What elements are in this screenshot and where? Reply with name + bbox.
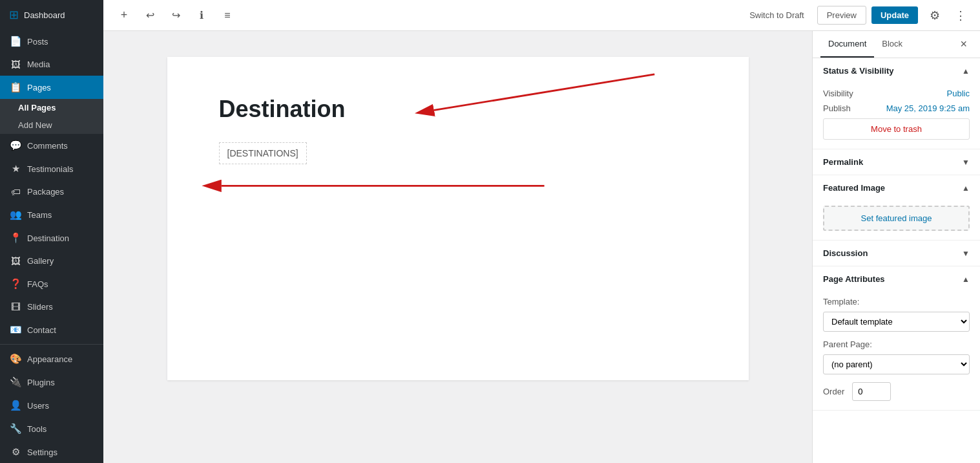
topbar-settings-button[interactable]: ⚙: [923, 4, 946, 27]
sidebar-item-label: FAQs: [27, 279, 48, 289]
kebab-icon: ⋮: [955, 8, 966, 23]
gear-icon: ⚙: [930, 8, 940, 23]
sidebar-item-users[interactable]: 👤 Users: [0, 394, 103, 417]
permalink-title: Permalink: [823, 157, 863, 167]
options-button[interactable]: ⋮: [952, 4, 970, 27]
preview-button[interactable]: Preview: [817, 6, 866, 25]
page-attributes-header[interactable]: Page Attributes ▲: [813, 266, 980, 292]
pages-icon: 📋: [9, 81, 22, 93]
sidebar-item-label: Gallery: [27, 256, 54, 266]
sidebar-logo-label: Dashboard: [24, 10, 65, 20]
tab-document[interactable]: Document: [820, 31, 874, 58]
page-attributes-section: Page Attributes ▲ Template: Default temp…: [813, 266, 980, 411]
redo-button[interactable]: ↪: [165, 5, 186, 26]
teams-icon: 👥: [9, 209, 22, 221]
visibility-value[interactable]: Public: [947, 89, 970, 98]
featured-image-section: Featured Image ▲ Set featured image: [813, 175, 980, 241]
sidebar-item-destination[interactable]: 📍 Destination: [0, 226, 103, 250]
order-input[interactable]: [852, 382, 891, 401]
undo-icon: ↩: [146, 9, 154, 21]
page-attributes-body: Template: Default template Full Width Bl…: [813, 292, 980, 410]
sidebar-item-label: Testimonials: [27, 164, 74, 174]
template-select[interactable]: Default template Full Width Blank: [823, 312, 970, 332]
publish-value[interactable]: May 25, 2019 9:25 am: [886, 103, 970, 113]
sidebar-item-testimonials[interactable]: ★ Testimonials: [0, 157, 103, 180]
sidebar-item-label: Pages: [27, 83, 51, 92]
visibility-row: Visibility Public: [823, 89, 970, 98]
info-button[interactable]: ℹ: [191, 5, 212, 26]
sidebar-logo[interactable]: ⊞ Dashboard: [0, 0, 103, 30]
sidebar-item-label: Plugins: [27, 378, 55, 387]
sidebar-item-settings[interactable]: ⚙ Settings: [0, 440, 103, 463]
editor-page: Destination [DESTINATIONS]: [167, 57, 749, 380]
plugins-icon: 🔌: [9, 376, 22, 388]
sidebar-item-contact[interactable]: 📧 Contact: [0, 318, 103, 341]
add-block-button[interactable]: +: [114, 5, 134, 26]
update-button[interactable]: Update: [871, 6, 918, 24]
page-title[interactable]: Destination: [219, 96, 697, 123]
destination-icon: 📍: [9, 232, 22, 244]
discussion-section: Discussion ▼: [813, 241, 980, 266]
sidebar-item-faqs[interactable]: ❓ FAQs: [0, 272, 103, 296]
main-area: + ↩ ↪ ℹ ≡ Switch to Draft Preview Update…: [103, 0, 980, 463]
status-visibility-title: Status & Visibility: [823, 66, 894, 76]
discussion-header[interactable]: Discussion ▼: [813, 241, 980, 266]
sidebar-item-sliders[interactable]: 🎞 Sliders: [0, 296, 103, 318]
submenu-all-pages[interactable]: All Pages: [9, 99, 103, 116]
sidebar-item-label: Packages: [27, 187, 64, 197]
editor-area: Destination [DESTINATIONS] Document Bloc…: [103, 31, 980, 463]
sidebar-item-packages[interactable]: 🏷 Packages: [0, 180, 103, 203]
sidebar-item-label: Media: [27, 59, 50, 69]
sidebar-item-label: Tools: [27, 424, 47, 434]
order-label: Order: [823, 387, 844, 396]
switch-draft-button[interactable]: Switch to Draft: [742, 6, 812, 24]
sidebar-item-gallery[interactable]: 🖼 Gallery: [0, 250, 103, 272]
sidebar-item-label: Teams: [27, 210, 52, 220]
sidebar-item-tools[interactable]: 🔧 Tools: [0, 417, 103, 440]
wp-icon: ⊞: [9, 8, 19, 22]
template-label: Template:: [823, 297, 970, 307]
move-trash-button[interactable]: Move to trash: [823, 118, 970, 140]
sidebar-item-label: Destination: [27, 233, 69, 243]
permalink-header[interactable]: Permalink ▼: [813, 149, 980, 175]
sidebar-item-appearance[interactable]: 🎨 Appearance: [0, 347, 103, 371]
gallery-icon: 🖼: [9, 255, 22, 266]
featured-image-chevron: ▲: [962, 184, 970, 193]
permalink-section: Permalink ▼: [813, 149, 980, 175]
shortcode-block[interactable]: [DESTINATIONS]: [219, 142, 307, 164]
undo-button[interactable]: ↩: [140, 5, 160, 26]
right-sidebar-close-button[interactable]: ×: [955, 35, 972, 54]
sidebar-item-teams[interactable]: 👥 Teams: [0, 203, 103, 226]
status-visibility-header[interactable]: Status & Visibility ▲: [813, 58, 980, 83]
pages-submenu: All Pages Add New: [0, 99, 103, 134]
list-icon: ≡: [224, 10, 230, 21]
comments-icon: 💬: [9, 140, 22, 151]
submenu-add-new[interactable]: Add New: [9, 116, 103, 134]
contact-icon: 📧: [9, 324, 22, 336]
status-visibility-chevron: ▲: [962, 67, 970, 76]
list-view-button[interactable]: ≡: [217, 5, 238, 26]
users-icon: 👤: [9, 400, 22, 411]
featured-image-header[interactable]: Featured Image ▲: [813, 175, 980, 200]
sidebar-item-pages[interactable]: 📋 Pages: [0, 76, 103, 99]
parent-select[interactable]: (no parent): [823, 354, 970, 374]
sidebar-item-posts[interactable]: 📄 Posts: [0, 30, 103, 53]
sidebar-item-comments[interactable]: 💬 Comments: [0, 134, 103, 157]
sidebar-item-plugins[interactable]: 🔌 Plugins: [0, 371, 103, 394]
posts-icon: 📄: [9, 36, 22, 47]
sidebar-item-label: Settings: [27, 447, 57, 457]
page-attributes-chevron: ▲: [962, 275, 970, 284]
set-featured-image-button[interactable]: Set featured image: [823, 206, 970, 231]
page-attributes-title: Page Attributes: [823, 274, 885, 284]
sidebar-item-media[interactable]: 🖼 Media: [0, 53, 103, 76]
right-sidebar-tabs: Document Block ×: [813, 31, 980, 58]
status-visibility-body: Visibility Public Publish May 25, 2019 9…: [813, 83, 980, 149]
sidebar: ⊞ Dashboard 📄 Posts 🖼 Media 📋 Pages All …: [0, 0, 103, 463]
sidebar-item-label: Sliders: [27, 302, 53, 312]
info-icon: ℹ: [200, 9, 203, 21]
sidebar-item-label: Comments: [27, 141, 68, 151]
publish-label: Publish: [823, 103, 851, 113]
sliders-icon: 🎞: [9, 301, 22, 312]
featured-image-title: Featured Image: [823, 183, 885, 193]
tab-block[interactable]: Block: [874, 31, 910, 58]
